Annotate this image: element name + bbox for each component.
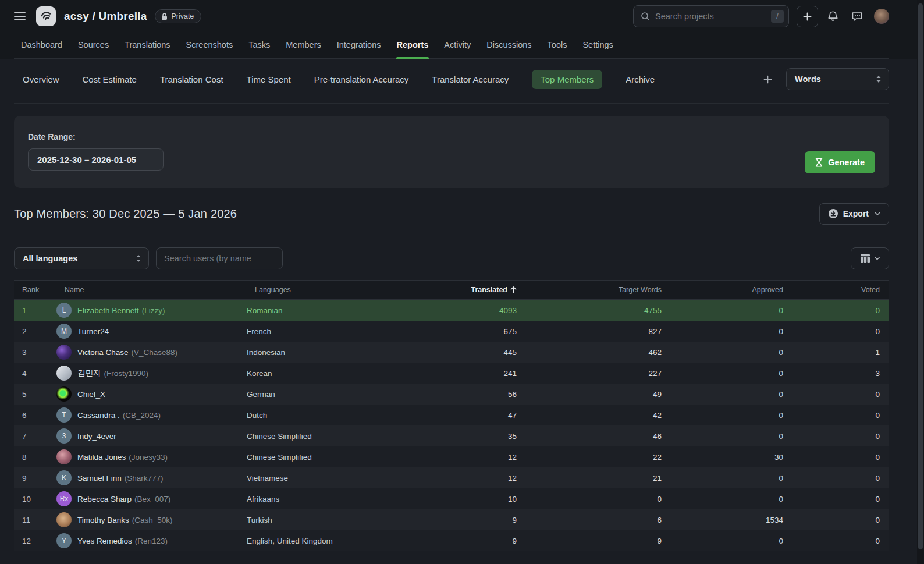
nav-tab-tools[interactable]: Tools: [547, 33, 568, 58]
subnav-tab-cost-estimate[interactable]: Cost Estimate: [83, 70, 137, 89]
report-title: Top Members: 30 Dec 2025 — 5 Jan 2026: [14, 207, 237, 221]
nav-tab-discussions[interactable]: Discussions: [486, 33, 532, 58]
table-row[interactable]: 12 Y Yves Remedios (Ren123) English, Uni…: [14, 530, 889, 551]
voted-cell: 0: [792, 516, 889, 524]
target-words-cell: 462: [526, 348, 671, 357]
column-header-rank[interactable]: Rank: [14, 286, 56, 294]
table-row[interactable]: 2 M Turner24 French 675 827 0 0: [14, 321, 889, 342]
subnav-tab-pre-translation-accuracy[interactable]: Pre-translation Accuracy: [314, 70, 409, 89]
columns-button[interactable]: [851, 247, 889, 269]
member-avatar: M: [56, 324, 72, 339]
target-words-cell: 6: [526, 516, 671, 524]
nav-tab-reports[interactable]: Reports: [396, 33, 429, 58]
nav-tab-activity[interactable]: Activity: [443, 33, 471, 58]
member-name[interactable]: Cassandra .: [77, 411, 120, 420]
nav-tab-members[interactable]: Members: [285, 33, 321, 58]
member-name[interactable]: Turner24: [77, 327, 109, 336]
search-projects-box[interactable]: /: [633, 5, 789, 27]
subnav-tab-top-members[interactable]: Top Members: [532, 70, 602, 89]
report-subnav-wrap: OverviewCost EstimateTranslation CostTim…: [14, 59, 889, 104]
private-badge: Private: [155, 9, 201, 23]
table-row[interactable]: 10 Rx Rebecca Sharp (Bex_007) Afrikaans …: [14, 488, 889, 509]
column-header-translated[interactable]: Translated: [421, 286, 526, 294]
member-name[interactable]: Matilda Jones: [77, 453, 126, 462]
language-filter-select[interactable]: All languages: [14, 247, 149, 269]
member-name[interactable]: Timothy Banks: [77, 516, 129, 524]
subnav-tab-translation-cost[interactable]: Translation Cost: [160, 70, 223, 89]
table-row[interactable]: 4 김민지 (Frosty1990) Korean 241 227 0 3: [14, 363, 889, 384]
member-avatar: T: [56, 407, 72, 423]
subnav-tab-archive[interactable]: Archive: [626, 70, 655, 89]
language-filter-value: All languages: [23, 254, 77, 263]
generate-button-label: Generate: [828, 158, 865, 167]
member-name[interactable]: Victoria Chase: [77, 348, 129, 357]
target-words-cell: 9: [526, 537, 671, 545]
rank-cell: 2: [14, 327, 56, 336]
subnav-tab-translator-accuracy[interactable]: Translator Accuracy: [432, 70, 509, 89]
create-project-button[interactable]: [797, 6, 818, 27]
column-header-approved[interactable]: Approved: [671, 286, 792, 294]
user-search-input[interactable]: [164, 254, 275, 263]
generate-button[interactable]: Generate: [805, 151, 875, 173]
nav-tab-label: Reports: [397, 40, 429, 49]
rank-cell: 1: [14, 306, 56, 315]
menu-icon[interactable]: [14, 12, 26, 20]
table-row[interactable]: 5 Chief_X German 56 49 0 0: [14, 384, 889, 405]
nav-tab-tasks[interactable]: Tasks: [248, 33, 271, 58]
table-row[interactable]: 8 Matilda Jones (Jonesy33) Chinese Simpl…: [14, 446, 889, 467]
scrollbar-thumb[interactable]: [918, 3, 923, 549]
voted-cell: 0: [792, 495, 889, 503]
page-scrollbar[interactable]: [917, 0, 924, 564]
project-logo[interactable]: [36, 6, 56, 26]
member-username: (Bex_007): [134, 495, 170, 503]
subnav-tab-time-spent[interactable]: Time Spent: [247, 70, 291, 89]
approved-cell: 0: [671, 348, 792, 357]
unit-select[interactable]: Words: [786, 68, 889, 90]
column-header-languages[interactable]: Languages: [247, 286, 421, 294]
approved-cell: 1534: [671, 516, 792, 524]
member-name[interactable]: Chief_X: [77, 390, 105, 399]
member-avatar: 3: [56, 428, 72, 444]
member-name[interactable]: Rebecca Sharp: [77, 495, 132, 503]
member-name[interactable]: Indy_4ever: [77, 432, 116, 441]
user-avatar[interactable]: [874, 9, 889, 24]
search-input[interactable]: [655, 12, 771, 21]
column-header-name[interactable]: Name: [56, 286, 247, 294]
table-row[interactable]: 11 Timothy Banks (Cash_50k) Turkish 9 6 …: [14, 509, 889, 530]
member-avatar: L: [56, 303, 72, 318]
nav-tab-settings[interactable]: Settings: [582, 33, 613, 58]
subnav-tab-overview[interactable]: Overview: [23, 70, 59, 89]
translated-cell: 12: [421, 474, 526, 483]
add-report-button[interactable]: [763, 75, 772, 84]
table-row[interactable]: 7 3 Indy_4ever Chinese Simplified 35 46 …: [14, 425, 889, 446]
table-row[interactable]: 9 K Samuel Finn (Shark777) Vietnamese 12…: [14, 467, 889, 488]
table-row[interactable]: 6 T Cassandra . (CB_2024) Dutch 47 42 0 …: [14, 405, 889, 425]
nav-tab-screenshots[interactable]: Screenshots: [186, 33, 234, 58]
export-button[interactable]: Export: [819, 203, 889, 225]
column-header-target-words[interactable]: Target Words: [526, 286, 671, 294]
top-bar: acsy / Umbrella Private /: [0, 0, 924, 59]
top-members-table: RankNameLanguagesTranslatedTarget WordsA…: [14, 280, 889, 551]
name-cell: Victoria Chase (V_Chase88): [56, 345, 247, 360]
nav-tab-integrations[interactable]: Integrations: [336, 33, 382, 58]
date-range-input[interactable]: 2025-12-30 – 2026-01-05: [28, 148, 164, 171]
user-search-box[interactable]: [156, 247, 283, 269]
member-name[interactable]: 김민지: [77, 368, 101, 378]
member-avatar: [56, 345, 72, 360]
nav-tab-sources[interactable]: Sources: [77, 33, 109, 58]
nav-tab-dashboard[interactable]: Dashboard: [20, 33, 63, 58]
voted-cell: 0: [792, 537, 889, 545]
member-name[interactable]: Yves Remedios: [77, 537, 132, 545]
table-row[interactable]: 1 L Elizabeth Bennett (Lizzy) Romanian 4…: [14, 300, 889, 321]
target-words-cell: 0: [526, 495, 671, 503]
table-row[interactable]: 3 Victoria Chase (V_Chase88) Indonesian …: [14, 342, 889, 363]
rank-cell: 12: [14, 537, 56, 545]
plus-icon: [763, 75, 772, 84]
messages-button[interactable]: [847, 6, 867, 26]
voted-cell: 0: [792, 327, 889, 336]
member-name[interactable]: Elizabeth Bennett: [77, 306, 139, 315]
nav-tab-translations[interactable]: Translations: [124, 33, 170, 58]
member-name[interactable]: Samuel Finn: [77, 474, 122, 483]
notifications-button[interactable]: [823, 6, 843, 26]
column-header-voted[interactable]: Voted: [792, 286, 889, 294]
